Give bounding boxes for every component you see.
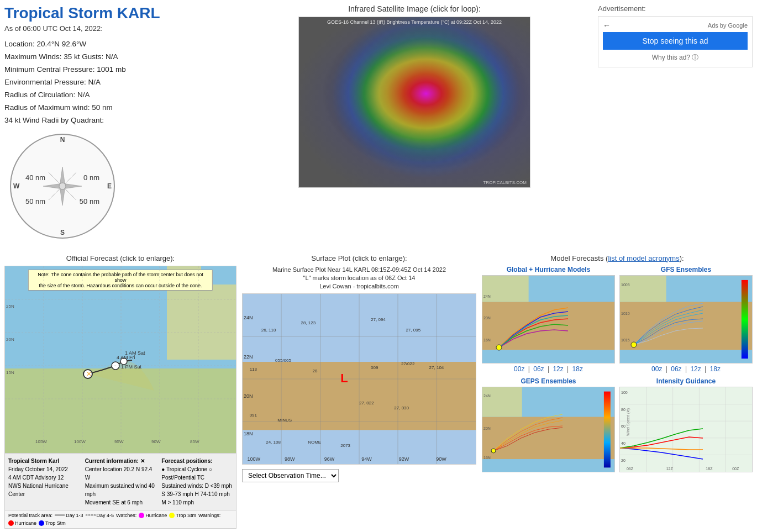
ad-title-label: Advertisement: — [598, 4, 753, 13]
svg-text:2073: 2073 — [340, 443, 350, 448]
forecast-positions-label: Forecast positions: — [161, 458, 212, 464]
global-00z-link[interactable]: 00z — [514, 365, 524, 373]
svg-text:113: 113 — [250, 366, 257, 371]
legend-day1-3: Day 1-3 — [55, 513, 83, 518]
legend-watches-label: Watches: — [116, 513, 136, 518]
intensity-guidance-title: Intensity Guidance — [656, 377, 716, 385]
svg-text:95W: 95W — [114, 439, 124, 444]
svg-text:60: 60 — [621, 424, 625, 428]
gfs-12z-link[interactable]: 12z — [690, 365, 701, 373]
surface-caption-line2: "L" marks storm location as of 06Z Oct 1… — [242, 274, 476, 282]
global-hurricane-model-item: Global + Hurricane Models — [482, 266, 615, 373]
legend-hurr-warn-dot — [8, 520, 14, 526]
env-pressure-info: Environmental Pressure: N/A — [4, 76, 231, 89]
global-model-links: 00z | 06z | 12z | 18z — [512, 365, 585, 373]
left-info-panel: Tropical Storm KARL As of 06:00 UTC Oct … — [4, 4, 236, 239]
forecast-info-center: Current information: ✕ Center location 2… — [85, 457, 156, 507]
forecast-org: NWS National Hurricane Center — [8, 482, 80, 498]
satellite-panel[interactable]: Infrared Satellite Image (click for loop… — [236, 4, 592, 239]
forecast-date: Friday October 14, 2022 — [8, 465, 80, 473]
gfs-model-links: 00z | 06z | 12z | 18z — [650, 365, 722, 373]
gfs-ensemble-svg: 1005 1010 1015 — [620, 276, 752, 363]
satellite-title: Infrared Satellite Image (click for loop… — [348, 4, 481, 13]
stop-seeing-ad-button[interactable]: Stop seeing this ad — [603, 32, 748, 50]
svg-text:Wind Speed (kt): Wind Speed (kt) — [626, 408, 630, 435]
surface-plot-svg: L 24N 22N 20N 18N 100W 98W 96W 94W 92W 9… — [243, 294, 476, 464]
legend-hurr2-label: Hurricane — [15, 520, 36, 526]
gfs-sep3: | — [705, 365, 708, 373]
legend-day4-5-line — [86, 514, 96, 516]
svg-text:1015: 1015 — [621, 338, 630, 341]
svg-text:90W: 90W — [151, 439, 161, 444]
svg-text:009: 009 — [371, 365, 378, 370]
surface-caption-line1: Marine Surface Plot Near 14L KARL 08:15Z… — [242, 266, 476, 274]
svg-text:20N: 20N — [244, 393, 253, 399]
location-info: Location: 20.4°N 92.6°W — [4, 38, 231, 51]
svg-text:98W: 98W — [285, 456, 295, 462]
legend-potential-label: Potential track area: — [8, 513, 52, 518]
svg-text:25N: 25N — [6, 304, 14, 309]
global-hurricane-map[interactable]: 24N 20N 16N Tropical Storm KARL Model Tr… — [482, 275, 615, 364]
svg-text:100W: 100W — [247, 456, 260, 462]
svg-text:27, 094: 27, 094 — [371, 317, 386, 322]
obs-time-select[interactable]: Select Observation Time... — [242, 469, 339, 482]
surface-title: Surface Plot (click to enlarge): — [242, 254, 476, 262]
forecast-map[interactable]: Note: The cone contains the probable pat… — [4, 266, 236, 454]
surface-caption-line3: Levi Cowan - tropicalbits.com — [242, 282, 476, 291]
min-pressure-info: Minimum Central Pressure: 1001 mb — [4, 64, 231, 76]
compass-east-label: E — [107, 182, 112, 190]
geps-map[interactable]: 24N 20N 16N 14L KARL - GEPS Tracks and M… — [482, 387, 615, 472]
svg-text:28, 123: 28, 123 — [301, 320, 316, 325]
gfs-ensemble-item: GFS Ensembles — [619, 266, 753, 373]
why-ad-text[interactable]: Why this ad? ⓘ — [603, 53, 748, 62]
forecast-title: Official Forecast (click to enlarge): — [4, 254, 236, 262]
svg-text:85W: 85W — [190, 439, 199, 444]
gfs-ensemble-map[interactable]: 1005 1010 1015 Tropical Storm KARL GEFS … — [619, 275, 753, 364]
satellite-overlay — [299, 17, 530, 187]
legend-day4-5: Day 4-5 — [86, 513, 114, 518]
svg-text:20N: 20N — [483, 426, 491, 430]
legend-hurr-watch: Hurricane — [139, 513, 167, 518]
geps-intensity-grid: GEPS Ensembles — [482, 377, 753, 472]
legend-trop-stm-watch-dot — [169, 513, 175, 518]
legend-day1-3-label: Day 1-3 — [66, 513, 83, 518]
intensity-guidance-map[interactable]: 100 80 60 40 20 06Z 12Z 18Z 00Z Wind Spe… — [619, 387, 753, 472]
ad-back-arrow-icon[interactable]: ← — [603, 21, 611, 30]
global-12z-link[interactable]: 12z — [553, 365, 563, 373]
svg-text:94W: 94W — [361, 456, 372, 462]
geps-svg: 24N 20N 16N — [482, 387, 614, 472]
legend-hurr-warn: Hurricane — [8, 520, 36, 526]
svg-text:24N: 24N — [483, 294, 491, 298]
model-title-end: ): — [680, 254, 684, 262]
forecast-positions-info: ● Tropical Cyclone ○ Post/Potential TC — [161, 465, 233, 482]
satellite-image[interactable]: GOES-16 Channel 13 (IR) Brightness Tempe… — [298, 17, 530, 188]
svg-text:1 PM Sat: 1 PM Sat — [121, 364, 142, 370]
gfs-06z-link[interactable]: 06z — [671, 365, 681, 373]
why-ad-label: Why this ad? — [652, 54, 690, 61]
gfs-ensemble-title: GFS Ensembles — [661, 266, 711, 273]
global-sep3: | — [567, 365, 570, 373]
global-18z-link[interactable]: 18z — [572, 365, 583, 373]
model-title-text: Model Forecasts ( — [550, 254, 608, 262]
compass-west-label: W — [13, 182, 19, 190]
model-acronyms-link[interactable]: list of model acronyms — [608, 254, 679, 262]
forecast-legend: Potential track area: Day 1-3 Day 4-5 Wa… — [4, 510, 236, 529]
svg-text:20N: 20N — [483, 316, 491, 320]
observation-time-selector[interactable]: Select Observation Time... — [242, 469, 476, 482]
svg-text:27/022: 27/022 — [401, 361, 415, 366]
svg-text:L: L — [340, 371, 348, 385]
svg-text:NOME: NOME — [308, 440, 321, 445]
legend-trop-stm-watch: Trop Stm — [169, 513, 196, 518]
svg-text:055/065: 055/065 — [275, 358, 291, 363]
svg-text:22N: 22N — [244, 354, 253, 360]
legend-day1-3-line — [55, 514, 65, 516]
svg-point-8 — [59, 183, 66, 189]
gfs-18z-link[interactable]: 18z — [710, 365, 721, 373]
legend-hurr-label: Hurricane — [145, 513, 167, 518]
svg-text:24, 108: 24, 108 — [266, 440, 281, 445]
surface-map[interactable]: L 24N 22N 20N 18N 100W 98W 96W 94W 92W 9… — [242, 293, 476, 465]
global-06z-link[interactable]: 06z — [533, 365, 544, 373]
svg-text:12Z: 12Z — [666, 467, 674, 471]
gfs-00z-link[interactable]: 00z — [651, 365, 662, 373]
storm-title: Tropical Storm KARL — [4, 4, 231, 22]
